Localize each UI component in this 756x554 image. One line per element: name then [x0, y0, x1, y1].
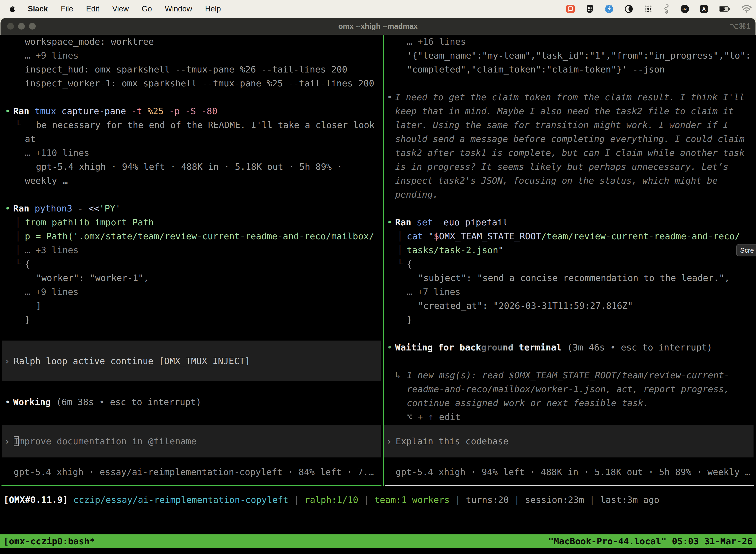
- composer-input[interactable]: › Improve documentation in @filename: [2, 425, 381, 457]
- window-shortcut-hint: ⌥⌘1: [730, 18, 751, 35]
- terminal-line: │ … +3 lines: [0, 243, 383, 257]
- menu-bar: Slack File Edit View Go Window Help: [0, 0, 756, 18]
- tree-pipe: │: [15, 215, 21, 229]
- terminal-line: "worker": "worker-1",: [0, 271, 383, 285]
- right-terminal-pane[interactable]: … +16 lines '{"team_name":"my-team","tas…: [382, 35, 756, 486]
- blank-line: [382, 202, 756, 215]
- command-line: • Ran tmux capture-pane -t %25 -p -S -80: [0, 104, 383, 118]
- arrow-icon: ↳: [395, 368, 400, 382]
- status-bullet-icon: •: [387, 340, 392, 354]
- terminal-line: gpt-5.4 xhigh · 94% left · 488K in · 5.1…: [0, 160, 383, 174]
- menu-bar-status-icons: ..61 A: [566, 0, 752, 18]
- thinking-line: keep that in mind. Maybe I also need the…: [382, 104, 756, 118]
- omx-repo: cczip/essay/ai-reimplementation-copyleft: [73, 495, 289, 505]
- pane-border-active: [1, 485, 381, 486]
- terminal-line: … +9 lines: [0, 49, 383, 63]
- prompt-chevron-icon: ›: [4, 356, 10, 366]
- terminal-line: └ be necessary for the end of the README…: [0, 118, 383, 132]
- input-source-icon[interactable]: A: [700, 5, 708, 13]
- squiggle-icon[interactable]: [663, 4, 670, 14]
- status-bullet-icon: •: [5, 395, 10, 409]
- omx-team-counter: team:1 workers: [375, 495, 450, 505]
- blank-line: [382, 354, 756, 368]
- run-bullet-icon: •: [5, 104, 10, 118]
- terminal-line: }: [0, 313, 383, 327]
- thinking-line: • I need to get the claim token from the…: [382, 90, 756, 104]
- blank-line: [382, 327, 756, 340]
- command-line: • Ran python3 - <<'PY': [0, 202, 383, 215]
- terminal-line: … +9 lines: [0, 285, 383, 299]
- run-bullet-icon: •: [387, 215, 392, 229]
- wifi-icon[interactable]: [742, 5, 752, 13]
- terminal-line: "completed","claim_token":"claim-token"}…: [382, 63, 756, 76]
- terminal-line: }: [382, 313, 756, 327]
- terminal-line: │ tasks/task-2.json": [382, 243, 756, 257]
- keypad-shield-icon[interactable]: [586, 4, 594, 13]
- thinking-line: should send a message before completing …: [382, 132, 756, 146]
- thinking-bullet-icon: •: [387, 90, 392, 104]
- terminal-line: "created_at": "2026-03-31T11:59:27.816Z": [382, 299, 756, 313]
- tmux-host-clock: "MacBook-Pro-44.local" 05:03 31-Mar-26: [548, 535, 753, 548]
- moon-circle-icon[interactable]: [625, 5, 633, 13]
- tmux-status-bar: [omx-cczip0:bash* "MacBook-Pro-44.local"…: [0, 535, 756, 548]
- menu-item-slack[interactable]: Slack: [28, 4, 48, 13]
- waiting-status-line: • Waiting for background terminal (3m 46…: [382, 340, 756, 354]
- omx-ralph-counter: ralph:1/10: [305, 495, 359, 505]
- terminal-line: inspect_worker-1: omx sparkshell --tmux-…: [0, 76, 383, 90]
- suggestion-input[interactable]: › Explain this codebase: [384, 425, 754, 457]
- terminal-line: … +110 lines: [0, 146, 383, 160]
- menu-item-view[interactable]: View: [112, 4, 129, 13]
- tree-corner: └: [15, 118, 21, 132]
- menu-item-file[interactable]: File: [61, 4, 73, 13]
- tree-pipe: │: [397, 243, 403, 257]
- terminal-line: "subject": "send a concise recommendatio…: [382, 271, 756, 285]
- thinking-line: is in progress? It seems likely but perh…: [382, 160, 756, 174]
- injected-prompt-box[interactable]: › Ralph loop active continue [OMX_TMUX_I…: [2, 340, 381, 381]
- blank-line: [0, 90, 383, 104]
- window-title: omx --xhigh --madmax: [0, 18, 756, 35]
- terminal-line: └ {: [382, 257, 756, 271]
- blank-line: [382, 76, 756, 90]
- omx-last-activity: last:3m ago: [600, 495, 659, 505]
- chat-app-icon[interactable]: [566, 4, 575, 13]
- bolt-badge-icon[interactable]: [605, 4, 614, 13]
- model-status-line: gpt-5.4 xhigh · 94% left · 488K in · 5.1…: [396, 465, 750, 479]
- screen-overlay-chip[interactable]: Scre: [736, 244, 756, 257]
- tmux-session-name[interactable]: [omx-cczip0:bash*: [3, 535, 95, 548]
- tree-pipe: │: [15, 229, 21, 243]
- terminal-line: weekly …: [0, 174, 383, 188]
- command-line: • Ran set -euo pipefail: [382, 215, 756, 229]
- composer-placeholder: Improve documentation in @filename: [14, 436, 196, 446]
- battery-icon[interactable]: [719, 6, 731, 12]
- terminal-line: │ p = Path('.omx/state/team/review-curre…: [0, 229, 383, 243]
- terminal-line: │ cat "$OMX_TEAM_STATE_ROOT/team/review-…: [382, 229, 756, 243]
- terminal-line: at: [0, 132, 383, 146]
- pane-border-inactive: [385, 485, 754, 486]
- suggestion-placeholder: Explain this codebase: [396, 436, 508, 446]
- menu-item-go[interactable]: Go: [142, 4, 152, 13]
- terminal-line: └ {: [0, 257, 383, 271]
- mailbox-message-line: readme-and-reco/mailbox/worker-1.json, a…: [382, 382, 756, 396]
- thinking-line: later. Using the same for transition mig…: [382, 118, 756, 132]
- left-terminal-pane[interactable]: workspace_mode: worktree … +9 lines insp…: [0, 35, 383, 486]
- prompt-chevron-icon: ›: [386, 436, 392, 446]
- tree-corner: └: [397, 257, 403, 271]
- window-title-bar[interactable]: omx --xhigh --madmax ⌥⌘1: [0, 18, 756, 35]
- terminal-line: … +7 lines: [382, 285, 756, 299]
- omx-turns: turns:20: [466, 495, 509, 505]
- apple-menu-icon[interactable]: [9, 5, 16, 13]
- timer-badge-icon[interactable]: ..61: [681, 5, 689, 13]
- tree-pipe: │: [397, 229, 403, 243]
- terminal-line: … +16 lines: [382, 35, 756, 49]
- dots-grid-icon[interactable]: [644, 5, 652, 13]
- text-cursor: I: [14, 436, 19, 446]
- terminal-line: │ from pathlib import Path: [0, 215, 383, 229]
- menu-item-edit[interactable]: Edit: [86, 4, 99, 13]
- menu-item-help[interactable]: Help: [205, 4, 221, 13]
- terminal-line: '{"team_name":"my-team","task_id":"1","f…: [382, 49, 756, 63]
- thinking-line: task2 after task1 is complete, but can I…: [382, 146, 756, 160]
- terminal-line: ]: [0, 299, 383, 313]
- menu-item-window[interactable]: Window: [165, 4, 192, 13]
- run-bullet-icon: •: [5, 202, 10, 215]
- working-status-line: • Working (6m 38s • esc to interrupt): [0, 395, 383, 409]
